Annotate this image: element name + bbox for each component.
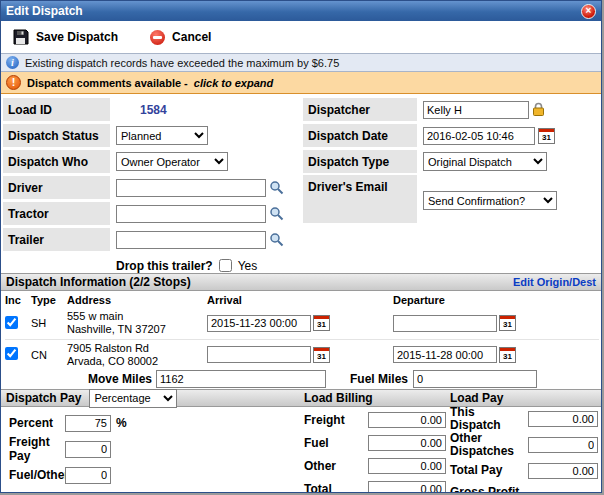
tractor-search-icon[interactable] (269, 206, 284, 221)
trailer-search-icon[interactable] (269, 232, 284, 247)
move-miles-label: Move Miles (1, 372, 156, 386)
dispatch-status-select[interactable]: Planned (116, 126, 208, 145)
billing-fuel-input[interactable] (368, 435, 446, 451)
edit-dispatch-dialog: Edit Dispatch × Save Dispatch Cancel i E… (0, 0, 602, 493)
fuel-other-input[interactable] (65, 467, 111, 484)
dispatch-date-row: Dispatch Date 31 (303, 123, 602, 148)
toolbar: Save Dispatch Cancel (1, 21, 601, 53)
other-dispatches-row: Other Dispatches (450, 430, 602, 459)
lock-icon[interactable] (532, 102, 545, 117)
dispatch-date-input[interactable] (423, 127, 535, 145)
dispatcher-label: Dispatcher (303, 98, 417, 121)
stop-2-arrival-input[interactable] (207, 346, 311, 363)
form-left-column: Load ID 1584 Dispatch Status Planned Dis… (3, 97, 301, 279)
dispatcher-input[interactable] (423, 101, 529, 119)
dispatch-info-header: Dispatch Information (2/2 Stops) Edit Or… (1, 273, 601, 291)
tractor-input[interactable] (116, 205, 266, 223)
driver-row: Driver (3, 175, 301, 200)
dispatch-type-select[interactable]: Original Dispatch (423, 152, 547, 171)
driver-label: Driver (3, 176, 110, 199)
stop-2-departure-calendar-icon[interactable]: 31 (499, 347, 516, 363)
trailer-row: Trailer (3, 227, 301, 252)
comments-alert[interactable]: ! Dispatch comments available - click to… (1, 72, 601, 94)
billing-total-label: Total (304, 482, 368, 494)
dispatch-who-select[interactable]: Owner Operator (116, 152, 228, 171)
billing-other-row: Other (304, 454, 450, 477)
drivers-email-row: Driver's Email Send Confirmation? (303, 175, 602, 225)
stop-1-type: SH (31, 317, 67, 329)
drop-trailer-option-label: Yes (238, 259, 258, 273)
dispatch-who-row: Dispatch Who Owner Operator (3, 149, 301, 174)
col-inc: Inc (5, 294, 31, 306)
fuel-miles-input[interactable] (413, 370, 537, 388)
total-pay-input[interactable] (528, 463, 598, 479)
col-address: Address (67, 294, 207, 306)
info-message: Existing dispatch records have exceeded … (25, 57, 339, 69)
comments-message: Dispatch comments available - (27, 77, 188, 89)
percent-input[interactable] (65, 415, 111, 432)
close-icon[interactable]: × (581, 4, 596, 19)
billing-total-row: Total (304, 477, 450, 493)
stop-1-departure-calendar-icon[interactable]: 31 (499, 315, 516, 331)
this-dispatch-input[interactable] (528, 411, 598, 427)
gross-profit-label: Gross Profit (450, 486, 519, 493)
freight-pay-label: Freight Pay (9, 435, 65, 463)
total-pay-label: Total Pay (450, 464, 528, 477)
stops-table-header: Inc Type Address Arrival Departure (5, 294, 599, 306)
fuel-miles-label: Fuel Miles (350, 372, 413, 386)
this-dispatch-label: This Dispatch (450, 406, 528, 432)
load-billing-header: Load Billing (304, 391, 373, 405)
billing-other-input[interactable] (368, 458, 446, 474)
send-confirmation-select[interactable]: Send Confirmation? (423, 191, 557, 210)
title-bar[interactable]: Edit Dispatch × (1, 1, 601, 21)
info-alert: i Existing dispatch records have exceede… (1, 53, 601, 72)
col-departure: Departure (393, 294, 599, 306)
stop-2-include-checkbox[interactable] (5, 347, 18, 360)
dispatch-type-row: Dispatch Type Original Dispatch (303, 149, 602, 174)
stop-1-arrival-input[interactable] (207, 315, 311, 332)
stop-2-arrival-calendar-icon[interactable]: 31 (313, 347, 330, 363)
driver-input[interactable] (116, 179, 266, 197)
total-pay-row: Total Pay (450, 459, 602, 482)
stop-1-address: 555 w main Nashville, TN 37207 (67, 310, 207, 336)
miles-row: Move Miles Fuel Miles (1, 369, 601, 389)
gross-profit-row: Gross Profit (450, 482, 602, 493)
drop-trailer-checkbox[interactable] (219, 259, 232, 272)
col-type: Type (31, 294, 67, 306)
tractor-label: Tractor (3, 202, 110, 225)
dispatch-date-calendar-icon[interactable]: 31 (538, 128, 555, 144)
billing-freight-input[interactable] (368, 412, 446, 428)
billing-freight-row: Freight (304, 408, 450, 431)
freight-pay-input[interactable] (65, 441, 111, 458)
edit-origin-dest-link[interactable]: Edit Origin/Dest (513, 276, 596, 288)
billing-freight-label: Freight (304, 413, 368, 427)
billing-fuel-row: Fuel (304, 431, 450, 454)
stop-1-departure-input[interactable] (393, 315, 497, 332)
freight-pay-row: Freight Pay (9, 436, 159, 462)
save-label: Save Dispatch (36, 30, 118, 44)
pay-method-select[interactable]: Percentage (89, 389, 177, 408)
move-miles-input[interactable] (156, 370, 326, 388)
other-dispatches-input[interactable] (528, 437, 598, 453)
stop-2-departure-input[interactable] (393, 346, 497, 363)
save-icon (13, 29, 29, 45)
load-billing-column: Freight Fuel Other Total (304, 408, 450, 493)
billing-total-input[interactable] (368, 481, 446, 494)
percent-label: Percent (9, 416, 65, 430)
comments-expand-link[interactable]: click to expand (194, 77, 273, 89)
form-right-column: Dispatcher Dispatch Date 31 Dispatch Typ… (303, 97, 602, 226)
dispatch-status-row: Dispatch Status Planned (3, 123, 301, 148)
stop-row: CN 7905 Ralston Rd Arvada, CO 80002 31 3… (5, 339, 599, 369)
stop-1-arrival-calendar-icon[interactable]: 31 (313, 315, 330, 331)
pay-left-column: Percent % Freight Pay Fuel/Other (9, 410, 159, 488)
cancel-button[interactable]: Cancel (150, 30, 211, 45)
driver-search-icon[interactable] (269, 180, 284, 195)
dispatch-date-label: Dispatch Date (303, 124, 417, 147)
other-dispatches-label: Other Dispatches (450, 432, 528, 458)
load-id-label: Load ID (3, 98, 110, 121)
save-dispatch-button[interactable]: Save Dispatch (13, 29, 118, 45)
billing-fuel-label: Fuel (304, 436, 368, 450)
stop-1-include-checkbox[interactable] (5, 316, 18, 329)
trailer-input[interactable] (116, 231, 266, 249)
info-icon: i (6, 56, 19, 69)
